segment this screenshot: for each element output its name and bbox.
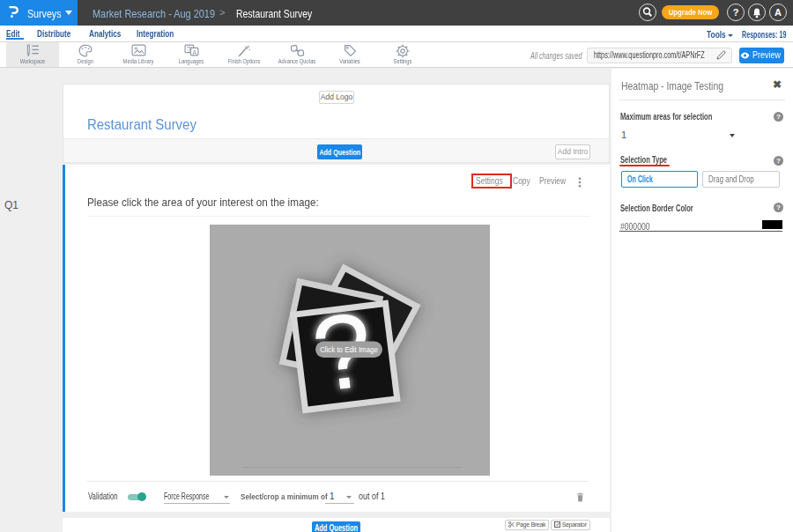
- svg-text:Click to Edit Image: Click to Edit Image: [320, 344, 378, 354]
- svg-text:A: A: [192, 49, 196, 55]
